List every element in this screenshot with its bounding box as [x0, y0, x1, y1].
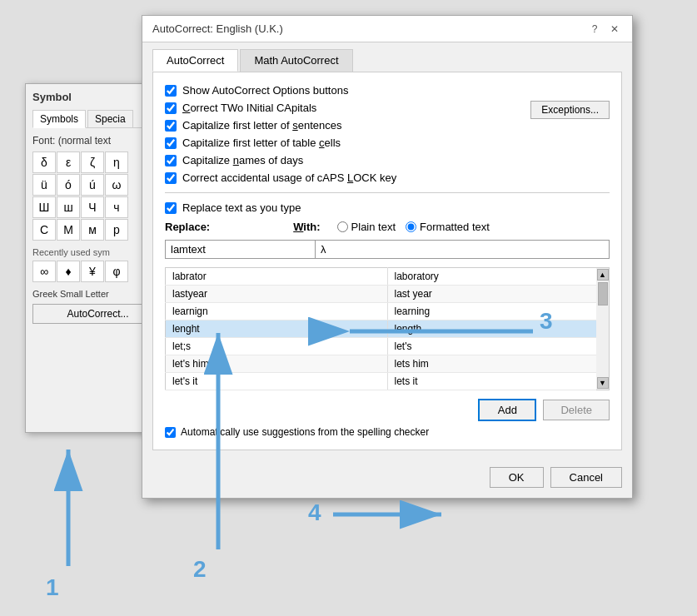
with-cell: last year — [387, 286, 610, 303]
plain-text-option[interactable]: Plain text — [337, 221, 396, 233]
replace-cell: lastyear — [166, 286, 388, 303]
with-input[interactable] — [315, 240, 610, 259]
replace-cell: learnign — [166, 303, 388, 320]
capitalize-cells-checkbox[interactable] — [165, 137, 177, 149]
special-tab[interactable]: Specia — [87, 110, 133, 127]
exceptions-button[interactable]: Exceptions... — [530, 101, 610, 119]
recent-cell[interactable]: φ — [105, 261, 128, 282]
replace-input[interactable] — [165, 240, 315, 259]
formatted-text-label: Formatted text — [420, 221, 490, 233]
auto-suggest-row: Automatically use suggestions from the s… — [165, 426, 610, 438]
symbols-tab[interactable]: Symbols — [32, 110, 86, 128]
symbol-cell[interactable]: м — [81, 219, 104, 241]
table-row-selected[interactable]: lenght length — [166, 320, 610, 338]
symbol-cell[interactable]: ε — [57, 152, 80, 173]
math-autocorrect-tab[interactable]: Math AutoCorrect — [240, 49, 352, 72]
auto-suggest-checkbox[interactable] — [165, 427, 176, 438]
replace-checkbox[interactable] — [165, 202, 177, 214]
correct-two-checkbox[interactable] — [165, 102, 177, 114]
table-row[interactable]: lastyear last year — [166, 286, 610, 303]
add-button[interactable]: Add — [478, 399, 536, 421]
formatted-text-radio[interactable] — [406, 221, 416, 232]
recent-cell[interactable]: ∞ — [32, 261, 56, 282]
symbol-cell[interactable]: Ч — [81, 196, 104, 218]
capitalize-sentences-checkbox[interactable] — [165, 120, 177, 132]
symbol-cell[interactable]: δ — [32, 152, 56, 173]
table-row[interactable]: let;s let's — [166, 338, 610, 355]
title-controls: ? ✕ — [587, 22, 622, 37]
formatted-text-option[interactable]: Formatted text — [406, 221, 490, 233]
close-button[interactable]: ✕ — [607, 22, 622, 37]
title-bar: AutoCorrect: English (U.K.) ? ✕ — [142, 16, 632, 42]
replace-cell: let's him — [166, 355, 388, 373]
capitalize-days-label: Capitalize names of days — [182, 154, 303, 166]
show-autocorrect-label: Show AutoCorrect Options buttons — [182, 84, 348, 97]
correct-two-label: Correct TWo INitial CApitals — [182, 102, 316, 114]
recent-cell[interactable]: ¥ — [81, 261, 104, 282]
autocorrect-dialog: AutoCorrect: English (U.K.) ? ✕ AutoCorr… — [142, 15, 633, 499]
symbol-cell[interactable]: р — [105, 219, 128, 241]
show-autocorrect-row: Show AutoCorrect Options buttons — [165, 84, 530, 97]
checkboxes-top: Exceptions... Show AutoCorrect Options b… — [165, 84, 610, 184]
table-row[interactable]: let's it lets it — [166, 373, 610, 390]
symbol-cell[interactable]: Ш — [32, 196, 56, 218]
help-button[interactable]: ? — [587, 22, 602, 37]
scrollbar-thumb[interactable] — [598, 282, 608, 306]
with-cell: length — [387, 320, 610, 338]
replace-cell: lenght — [166, 320, 388, 338]
symbol-cell[interactable]: М — [57, 219, 80, 241]
replace-checkbox-row: Replace text as you type — [165, 201, 610, 214]
replace-table: labrator laboratory lastyear last year l… — [165, 267, 610, 390]
scrollbar[interactable]: ▲ ▼ — [596, 267, 610, 390]
auto-suggest-label: Automatically use suggestions from the s… — [181, 426, 429, 438]
replace-section: Replace text as you type Replace: With: … — [165, 201, 610, 438]
correct-caps-row: Correct accidental usage of cAPS LOCK ke… — [165, 171, 610, 184]
replace-header-row: Replace: With: Plain text Formatted text — [165, 221, 610, 233]
annotation-label-2: 2 — [193, 556, 207, 583]
with-cell: let's — [387, 338, 610, 355]
replace-column-label: Replace: — [165, 221, 210, 233]
show-autocorrect-checkbox[interactable] — [165, 85, 177, 97]
replace-cell: let;s — [166, 338, 388, 355]
symbol-cell[interactable]: ú — [81, 174, 104, 196]
with-cell: laboratory — [387, 268, 610, 286]
symbol-cell[interactable]: С — [32, 219, 56, 241]
annotation-label-1: 1 — [46, 574, 59, 601]
dialog-tabs: AutoCorrect Math AutoCorrect — [142, 42, 632, 72]
symbol-cell[interactable]: η — [105, 152, 128, 173]
symbol-cell[interactable]: ü — [32, 174, 56, 196]
with-cell: lets it — [387, 373, 610, 390]
capitalize-sentences-label: Capitalize first letter of sentences — [182, 119, 341, 132]
table-row[interactable]: learnign learning — [166, 303, 610, 320]
recent-cell[interactable]: ♦ — [57, 261, 80, 282]
with-cell: learning — [387, 303, 610, 320]
capitalize-days-checkbox[interactable] — [165, 155, 177, 166]
plain-text-radio[interactable] — [337, 221, 348, 232]
symbol-cell[interactable]: ó — [57, 174, 80, 196]
cancel-button[interactable]: Cancel — [550, 467, 622, 488]
capitalize-cells-label: Capitalize first letter of table cells — [182, 137, 341, 149]
dialog-title: AutoCorrect: English (U.K.) — [152, 22, 283, 35]
delete-button[interactable]: Delete — [543, 400, 610, 420]
replace-cell: let's it — [166, 373, 388, 390]
autocorrect-tab[interactable]: AutoCorrect — [152, 49, 238, 72]
with-cell: lets him — [387, 355, 610, 373]
symbol-cell[interactable]: ш — [57, 196, 80, 218]
replace-table-container: labrator laboratory lastyear last year l… — [165, 267, 610, 390]
dialog-footer: OK Cancel — [142, 460, 632, 498]
capitalize-days-row: Capitalize names of days — [165, 154, 610, 166]
capitalize-sentences-row: Capitalize first letter of sentences — [165, 119, 610, 132]
ok-button[interactable]: OK — [490, 467, 544, 488]
correct-caps-checkbox[interactable] — [165, 172, 177, 184]
replace-cell: labrator — [166, 268, 388, 286]
table-row[interactable]: labrator laboratory — [166, 268, 610, 286]
correct-caps-label: Correct accidental usage of cAPS LOCK ke… — [182, 171, 396, 184]
with-column-label: With: — [293, 221, 320, 233]
radio-group: Plain text Formatted text — [337, 221, 490, 233]
table-row[interactable]: let's him lets him — [166, 355, 610, 373]
input-row — [165, 240, 610, 259]
symbol-cell[interactable]: ζ — [81, 152, 104, 173]
symbol-cell[interactable]: ω — [105, 174, 128, 196]
symbol-cell[interactable]: ч — [105, 196, 128, 218]
dialog-content: Exceptions... Show AutoCorrect Options b… — [152, 72, 622, 450]
